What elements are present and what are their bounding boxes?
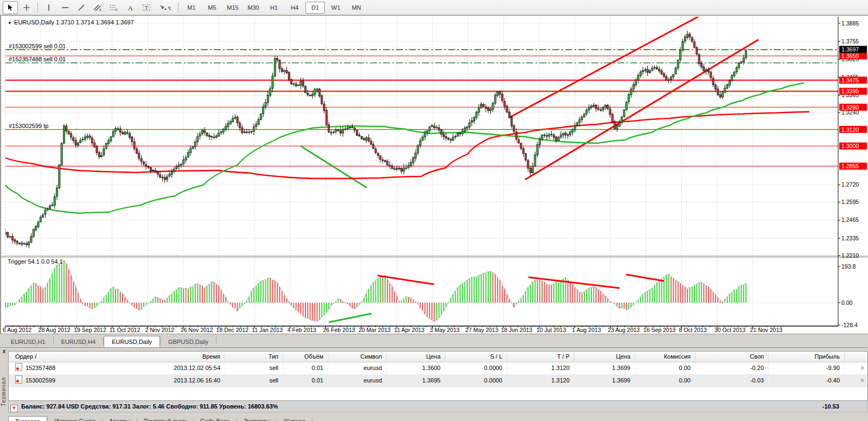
timeframe-button-m1[interactable]: M1 [182, 2, 201, 14]
chart-tab-eurusd-daily[interactable]: EURUSD,Daily [104, 336, 160, 347]
column-divider [844, 362, 845, 374]
date-tick: 27 May 2013 [465, 327, 499, 333]
date-tick: 10 Jul 2013 [537, 327, 566, 333]
trendline-icon [78, 4, 85, 11]
column-header[interactable]: Своп [682, 352, 764, 361]
price-tick: 1.3885 [841, 20, 859, 27]
price-tick: 1.2465 [841, 216, 859, 223]
chart-title: EURUSD,Daily 1.3710 1.3714 1.3694 1.3697 [14, 19, 134, 25]
price-tick: 1.2335 [841, 235, 859, 241]
orders-table-header[interactable]: Ордер /ВремяТипОбъёмСимволЦенаS / LT / P… [9, 352, 867, 362]
price-tick: 1.3755 [841, 38, 859, 44]
order-row[interactable]: 1523574882013.12.02 05:54sell0.01eurusd1… [9, 362, 867, 375]
terminal-tab-3[interactable]: Почтовый ящик [137, 416, 193, 421]
close-order-button[interactable]: × [861, 377, 864, 384]
total-profit: -10.53 [822, 401, 839, 412]
column-header[interactable]: Ордер / [15, 352, 36, 361]
timeframe-button-h1[interactable]: H1 [264, 2, 284, 14]
terminal-tab-bar: ТорговляИстория СчетаАлертыПочтовый ящик… [8, 416, 312, 421]
cell-swap: -0.03 [682, 375, 764, 386]
terminal-side-strip: x Терминал [0, 348, 8, 421]
timeframe-button-m15[interactable]: M15 [223, 2, 242, 14]
order-row[interactable]: 1530025992013.12.06 16:40sell0.01eurusd1… [9, 375, 867, 387]
column-header[interactable]: Комиссия [609, 352, 691, 361]
column-divider [844, 353, 845, 361]
column-divider [844, 375, 845, 387]
svg-text:T: T [145, 4, 148, 10]
cell-profit: -0.40 [758, 375, 840, 386]
fibonacci-icon: F [110, 4, 118, 11]
equidistant-channel-tool-button[interactable]: E [90, 1, 105, 14]
price-level-badge: 1.3120 [841, 126, 859, 133]
chart-tab-eurusd-h1[interactable]: EURUSD,H1 [3, 337, 53, 347]
cell-commission: 0.00 [609, 375, 691, 386]
date-tick: 8 Oct 2013 [679, 327, 707, 333]
price-chart[interactable]: 1.38851.37551.36251.34951.33651.32401.27… [1, 16, 868, 334]
date-tick: 11 Apr 2013 [394, 327, 425, 333]
current-price-badge: 1.3697 [841, 46, 859, 53]
terminal-vertical-label: Терминал [1, 377, 7, 406]
trendline-tool-button[interactable] [74, 1, 89, 14]
svg-text:E: E [99, 8, 101, 11]
fibonacci-tool-button[interactable]: F [106, 1, 122, 14]
vertical-line-tool-button[interactable] [41, 1, 56, 14]
text-label-tool-button[interactable]: T [139, 1, 154, 14]
svg-text:A: A [128, 4, 133, 11]
terminal-tab-5[interactable]: Эксперты [237, 416, 277, 421]
chart-window[interactable]: 1.38851.37551.36251.34951.33651.32401.27… [0, 15, 868, 334]
terminal-close-button[interactable]: x [1, 349, 7, 355]
column-header[interactable]: Прибыль [758, 352, 840, 361]
horizontal-line-tool-button[interactable] [58, 1, 73, 14]
terminal-tab-4[interactable]: Code Base [194, 416, 236, 421]
timeframe-button-h4[interactable]: H4 [285, 2, 304, 14]
cursor-tool-button[interactable] [3, 1, 18, 14]
date-tick: 23 Aug 2013 [608, 327, 640, 333]
date-tick: 30 Oct 2013 [714, 327, 745, 333]
crosshair-tool-button[interactable] [19, 1, 34, 14]
price-level-badge: 1.3280 [841, 104, 859, 111]
timeframe-button-d1[interactable]: D1 [305, 2, 325, 14]
vertical-line-icon [45, 4, 53, 11]
chart-tab-eurusd-h4[interactable]: EURUSD,H4 [54, 337, 104, 347]
price-level-badge: 1.2855 [841, 163, 859, 169]
price-tick: 1.2595 [841, 199, 859, 205]
toolbar-separator [178, 2, 178, 13]
terminal-tab-2[interactable]: Алерты [103, 416, 137, 421]
close-order-button[interactable]: × [861, 364, 864, 372]
indicator-tick: 193.8 [841, 263, 856, 270]
cell-profit: -9.90 [758, 362, 840, 373]
timeframe-button-w1[interactable]: W1 [326, 2, 346, 14]
price-level-badge: 1.3475 [841, 77, 859, 84]
terminal-tab-6[interactable]: Журнал [277, 416, 312, 421]
chart-tab-bar: EURUSD,H1EURUSD,H4EURUSD,DailyGBPUSD,Dai… [0, 334, 868, 347]
terminal-panel: x Терминал Ордер /ВремяТипОбъёмСимволЦен… [0, 347, 868, 421]
cell-order: 153002599 [15, 375, 55, 386]
date-tick: 18 Dec 2012 [216, 327, 249, 333]
price-tick: 1.2210 [841, 252, 859, 259]
arrows-tool-button[interactable] [155, 1, 175, 14]
date-tick: 26 Feb 2013 [323, 327, 355, 333]
date-tick: 20 Mar 2013 [359, 327, 391, 333]
terminal-tab-active-0[interactable]: Торговля [8, 416, 47, 421]
terminal-tab-1[interactable]: История Счета [48, 416, 102, 421]
cell-swap: -0.20 [682, 362, 764, 373]
balance-text: Баланс: 927.84 USD Средства: 917.31 Зало… [21, 403, 278, 410]
symbol-dropdown-icon: ▼ [8, 21, 12, 25]
price-tick: 1.2720 [841, 181, 859, 188]
text-tool-button[interactable]: A [123, 1, 138, 14]
date-tick: 1 Aug 2013 [572, 327, 601, 333]
date-tick: 19 Sep 2012 [74, 327, 106, 333]
indicator-label: Trigger 54.1 0.0 54.1 [8, 258, 63, 265]
chart-tab-gbpusd-daily[interactable]: GBPUSD,Daily [161, 337, 216, 347]
toolbar: E F A T M1M5M15M30H1H4D1W1MN [0, 0, 868, 15]
timeframe-button-m30[interactable]: M30 [244, 2, 263, 14]
date-tick: 11 Jan 2013 [252, 327, 283, 333]
order-type-icon [15, 375, 22, 384]
text-icon: A [126, 4, 134, 11]
arrows-icon [158, 4, 171, 11]
timeframe-button-mn[interactable]: MN [347, 2, 366, 14]
date-tick: 21 Nov 2013 [750, 327, 783, 333]
timeframe-button-m5[interactable]: M5 [202, 2, 222, 14]
indicator-tick: -128.4 [841, 322, 858, 328]
price-level-badge: 1.3650 [841, 53, 859, 59]
